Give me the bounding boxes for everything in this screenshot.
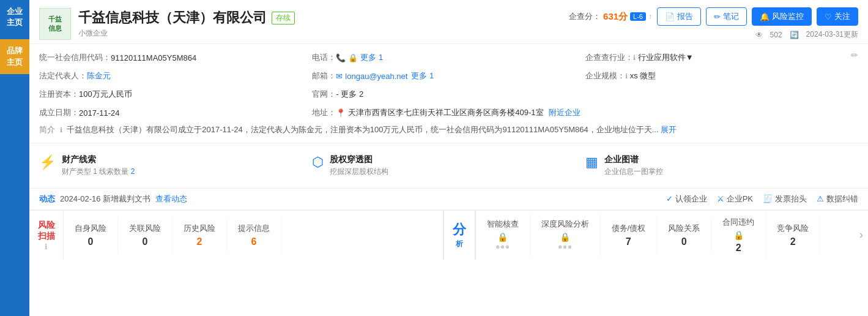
debt-value: 7 <box>626 236 631 247</box>
risk-right-tabs: 智能核查 🔒 ●●● 深度风险分析 🔒 ●●● 债务/债权 7 风险关系 0 <box>476 211 855 260</box>
graph-sub: 企业信息一图掌控 <box>604 167 663 177</box>
address-row: 地址： 📍 天津市西青区李七庄街天祥工业区商务区商务楼409-1室 附近企业 <box>312 105 585 120</box>
company-logo: 千益 信息 <box>39 8 71 40</box>
sidebar-brand[interactable]: 品牌 主页 <box>0 39 29 73</box>
report-button[interactable]: 📄 报告 <box>657 7 701 26</box>
email-more[interactable]: 更多 1 <box>411 70 434 81</box>
risk-tab-contract[interactable]: 合同违约 🔒 2 <box>711 211 766 260</box>
industry-label: 企查查行业： <box>585 52 633 63</box>
risk-self-label: 自身风险 <box>75 223 106 234</box>
website-value[interactable]: - 更多 2 <box>336 89 363 100</box>
phone-icon: 📞 <box>336 53 346 62</box>
legal-rep-value[interactable]: 陈金元 <box>87 70 111 81</box>
brief-info-icon: ℹ <box>60 126 62 134</box>
scale-info-icon: ℹ <box>625 72 628 80</box>
risk-tab-history[interactable]: 历史风险 2 <box>172 217 227 254</box>
phone-row: 电话： 📞 🔒 更多 1 <box>312 50 585 65</box>
address-value: 天津市西青区李七庄街天祥工业区商务区商务楼409-1室 <box>348 107 543 118</box>
industry-info-icon: ℹ <box>633 54 636 62</box>
enterprise-pk[interactable]: ⚔ 企业PK <box>717 194 753 205</box>
deep-risk-lock: 🔒 <box>560 232 570 242</box>
equity-sub: 挖掘深层股权结构 <box>330 167 388 177</box>
risk-left-tabs: 自身风险 0 关联风险 0 历史风险 2 提示信息 6 <box>64 211 443 260</box>
equity-icon: ⬡ <box>312 154 324 170</box>
competition-value: 2 <box>790 236 796 247</box>
smart-check-value: ●●● <box>495 242 510 251</box>
claim-enterprise[interactable]: ✓ 认领企业 <box>666 194 707 205</box>
scale-label: 企业规模： <box>585 70 625 81</box>
risk-related-label: 关联风险 <box>129 223 161 234</box>
brief-text: 千益信息科技（天津）有限公司成立于2017-11-24，法定代表人为陈金元，注册… <box>67 125 658 134</box>
company-tag: 小微企业 <box>78 28 562 39</box>
invoice-label: 发票抬头 <box>775 194 807 205</box>
risk-tab-smart-check[interactable]: 智能核查 🔒 ●●● <box>476 213 530 257</box>
phone-more[interactable]: 更多 1 <box>360 52 383 63</box>
risk-tab-related[interactable]: 关联风险 0 <box>118 217 172 254</box>
website-label: 官网： <box>312 89 336 100</box>
view-icon: 👁 <box>755 31 763 39</box>
relation-label: 风险关系 <box>668 223 700 234</box>
follow-label: 关注 <box>834 11 850 22</box>
sidebar-enterprise[interactable]: 企业 主页 <box>0 0 29 34</box>
score-level: L-6 <box>630 12 646 21</box>
note-label: 笔记 <box>723 11 739 22</box>
follow-button[interactable]: ♡ 关注 <box>817 7 858 26</box>
risk-section: 风险扫描 ℹ 自身风险 0 关联风险 0 历史风险 2 提示信息 6 <box>29 210 868 260</box>
dynamics-link[interactable]: 查看动态 <box>155 194 187 205</box>
risk-monitor-label: 风险监控 <box>772 11 804 22</box>
risk-monitor-icon: 🔔 <box>760 12 770 21</box>
lock-icon: 🔒 <box>348 53 358 62</box>
contract-value: 2 <box>736 243 741 254</box>
email-value[interactable]: longau@yeah.net <box>345 72 407 81</box>
graph-icon: ▦ <box>585 154 598 170</box>
header-actions: 企查分： 631分 L-6 ↑ 📄 报告 ✏ 笔记 🔔 <box>569 7 858 26</box>
risk-tab-self[interactable]: 自身风险 0 <box>64 217 118 254</box>
info-grid: 统一社会信用代码： 91120111MA05Y5M864 电话： 📞 🔒 更多 … <box>39 50 858 120</box>
header-right: 企查分： 631分 L-6 ↑ 📄 报告 ✏ 笔记 🔔 <box>569 7 858 40</box>
feature-card-graph[interactable]: ▦ 企业图谱 企业信息一图掌控 <box>585 149 858 182</box>
established-value: 2017-11-24 <box>79 108 120 118</box>
info-section: ✏ 统一社会信用代码： 91120111MA05Y5M864 电话： 📞 🔒 更… <box>29 44 868 143</box>
risk-header: 风险扫描 ℹ <box>29 211 64 260</box>
feature-card-equity[interactable]: ⬡ 股权穿透图 挖掘深层股权结构 <box>312 149 585 182</box>
risk-tab-competition[interactable]: 竞争风险 2 <box>766 217 820 254</box>
logo-line2: 信息 <box>48 24 62 32</box>
feature-card-property[interactable]: ⚡ 财产线索 财产类型 1 线索数量 2 <box>39 149 312 182</box>
established-label: 成立日期： <box>39 107 79 118</box>
risk-tab-deep-risk[interactable]: 深度风险分析 🔒 ●●● <box>530 213 601 257</box>
property-sub: 财产类型 1 线索数量 2 <box>62 167 135 177</box>
industry-value[interactable]: 行业应用软件▼ <box>638 52 694 63</box>
risk-tab-debt[interactable]: 债务/债权 7 <box>601 217 658 254</box>
risk-hint-label: 提示信息 <box>238 223 270 234</box>
data-correction[interactable]: ⚠ 数据纠错 <box>817 194 858 205</box>
analysis-section[interactable]: 分 析 <box>443 211 476 260</box>
email-icon: ✉ <box>336 72 343 81</box>
score-value: 631分 <box>603 11 628 23</box>
legal-rep-row: 法定代表人： 陈金元 <box>39 69 312 83</box>
established-row: 成立日期： 2017-11-24 <box>39 105 312 120</box>
risk-monitor-button[interactable]: 🔔 风险监控 <box>752 7 812 26</box>
edit-icon[interactable]: ✏ <box>851 50 858 60</box>
property-icon: ⚡ <box>39 154 56 170</box>
smart-check-label: 智能核查 <box>487 219 519 230</box>
nearby-link[interactable]: 附近企业 <box>549 107 581 118</box>
score-arrow[interactable]: ↑ <box>648 12 652 21</box>
invoice-header[interactable]: 🧾 发票抬头 <box>763 194 807 205</box>
note-button[interactable]: ✏ 笔记 <box>706 7 747 26</box>
expand-risk-button[interactable]: › <box>855 211 868 260</box>
dynamics-label: 动态 <box>39 194 55 205</box>
risk-title: 风险扫描 <box>38 219 55 241</box>
reg-capital-label: 注册资本： <box>39 89 79 100</box>
risk-info-icon: ℹ <box>45 243 48 251</box>
equity-title: 股权穿透图 <box>330 154 388 165</box>
risk-tab-relation[interactable]: 风险关系 0 <box>657 217 711 254</box>
risk-tab-hint[interactable]: 提示信息 6 <box>227 217 281 254</box>
pk-icon: ⚔ <box>717 194 724 203</box>
smart-check-lock: 🔒 <box>497 232 508 242</box>
chevron-icon: › <box>859 228 863 241</box>
brand-label: 品牌 主页 <box>7 46 23 66</box>
update-icon: 🔄 <box>790 31 799 39</box>
company-title-row: 千益信息科技（天津）有限公司 存续 <box>78 9 562 27</box>
expand-link[interactable]: 展开 <box>661 125 677 134</box>
risk-self-value: 0 <box>88 236 94 247</box>
